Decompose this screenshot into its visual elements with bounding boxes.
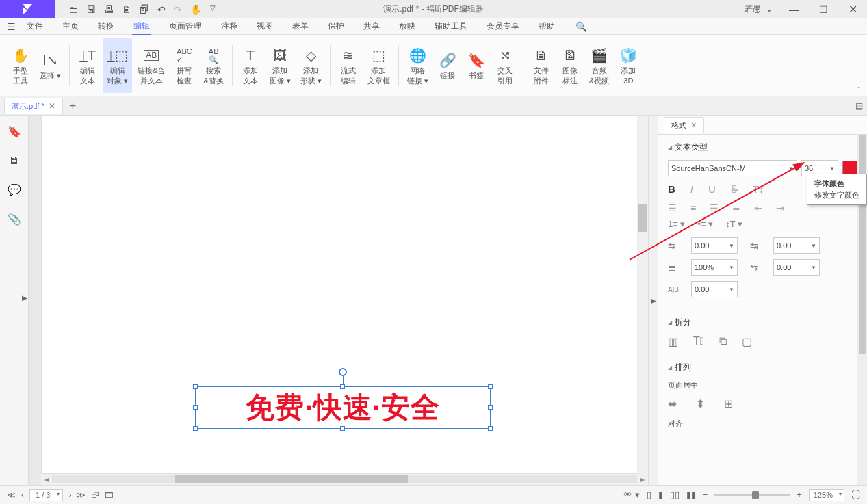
ribbon-web-link[interactable]: 🌐网络 链接 ▾: [403, 38, 432, 93]
italic-button[interactable]: I: [690, 183, 693, 196]
menu-page[interactable]: 页面管理: [168, 18, 203, 35]
new-tab-button[interactable]: +: [70, 100, 76, 112]
resize-handle[interactable]: [488, 405, 493, 410]
numbered-list-icon[interactable]: 1≡ ▾: [668, 219, 685, 229]
user-name[interactable]: 若愚 ⌄: [745, 3, 773, 15]
undo-icon[interactable]: ↶: [157, 4, 166, 15]
redo-icon[interactable]: ↷: [174, 4, 182, 15]
case-button[interactable]: T↕: [753, 183, 764, 196]
close-button[interactable]: ✕: [844, 3, 862, 16]
ribbon-spellcheck[interactable]: ABC✓拼写 检查: [170, 38, 198, 93]
pages-icon[interactable]: 🗎: [9, 155, 20, 167]
menu-view[interactable]: 视图: [255, 18, 274, 35]
zoom-in-button[interactable]: +: [797, 490, 802, 500]
export-icon[interactable]: 🗐: [140, 4, 149, 15]
section-text-type[interactable]: 文本类型: [668, 142, 857, 153]
menu-home[interactable]: 主页: [61, 18, 80, 35]
section-split[interactable]: 拆分: [668, 317, 857, 328]
view-eye-icon[interactable]: 👁 ▾: [623, 490, 640, 500]
ribbon-attachment[interactable]: 🗎文件 附件: [528, 38, 555, 93]
menu-burger-icon[interactable]: ☰: [7, 21, 16, 32]
selected-textbox[interactable]: 免费·快速·安全: [195, 386, 491, 429]
page-input[interactable]: 1 / 3: [29, 489, 63, 501]
underline-button[interactable]: U: [708, 183, 716, 196]
ribbon-audio-video[interactable]: 🎬音频 &视频: [585, 38, 613, 93]
menu-play[interactable]: 放映: [398, 18, 417, 35]
resize-handle[interactable]: [340, 384, 345, 389]
resize-handle[interactable]: [193, 384, 198, 389]
next-page-button[interactable]: ›: [68, 490, 71, 500]
nav-icon-1[interactable]: 🗗: [91, 490, 99, 500]
canvas[interactable]: 免费·快速·安全 ◂▸: [29, 116, 648, 485]
comments-icon[interactable]: 💬: [8, 183, 21, 196]
menu-help[interactable]: 帮助: [537, 18, 556, 35]
section-arrange[interactable]: 排列: [668, 362, 857, 373]
menu-file[interactable]: 文件: [25, 18, 44, 35]
ribbon-article-box[interactable]: ⬚添加 文章框: [363, 38, 394, 93]
merge-icon[interactable]: ⧉: [719, 335, 727, 348]
split-vertical-icon[interactable]: ▥: [668, 335, 678, 348]
hand-icon[interactable]: ✋: [190, 4, 202, 15]
ribbon-collapse-icon[interactable]: ⌃: [856, 85, 862, 93]
ribbon-3d[interactable]: 🧊添加 3D: [614, 38, 642, 93]
fullscreen-icon[interactable]: ⛶: [851, 490, 860, 500]
view-single-icon[interactable]: ▯: [647, 490, 651, 500]
save-icon[interactable]: 🖫: [86, 4, 96, 15]
indent-decrease-icon[interactable]: ⇤: [754, 202, 762, 213]
ribbon-xref[interactable]: ⤭交叉 引用: [491, 38, 519, 93]
search-icon[interactable]: 🔍: [575, 21, 587, 32]
zoom-out-button[interactable]: −: [703, 490, 708, 500]
ribbon-image-annot[interactable]: 🖻图像 标注: [556, 38, 584, 93]
print-icon[interactable]: 🖶: [104, 4, 114, 15]
center-horizontal-icon[interactable]: ⬌: [668, 397, 677, 410]
indent-right-input[interactable]: 0.00▼: [773, 237, 820, 254]
strike-button[interactable]: S̶: [731, 183, 738, 196]
document-tab[interactable]: 演示.pdf * ✕: [4, 98, 63, 114]
menu-convert[interactable]: 转换: [96, 18, 116, 35]
resize-handle[interactable]: [193, 426, 198, 431]
menu-share[interactable]: 共享: [362, 18, 381, 35]
zoom-input[interactable]: 125%: [809, 489, 844, 501]
center-both-icon[interactable]: ⊞: [724, 397, 733, 410]
ribbon-add-text[interactable]: T添加 文本: [237, 38, 264, 93]
left-expand-icon[interactable]: ▶: [22, 294, 27, 302]
vertical-scrollbar[interactable]: [637, 116, 648, 474]
menu-vip[interactable]: 会员专享: [485, 18, 521, 35]
panel-tab-format[interactable]: 格式✕: [664, 117, 704, 133]
line-spacing-icon[interactable]: ↕T ▾: [725, 219, 742, 229]
first-page-button[interactable]: ≪: [7, 490, 16, 500]
doc-icon[interactable]: 🗎: [122, 4, 131, 15]
menu-form[interactable]: 表单: [291, 18, 310, 35]
zoom-slider[interactable]: [714, 494, 790, 496]
align-left-icon[interactable]: ☰: [668, 202, 677, 213]
open-icon[interactable]: 🗀: [68, 4, 78, 15]
ribbon-add-image[interactable]: 🖼添加 图像 ▾: [266, 38, 295, 93]
pdf-page[interactable]: 免费·快速·安全: [42, 116, 647, 473]
ribbon-add-shape[interactable]: ◇添加 形状 ▾: [296, 38, 326, 93]
unlink-icon[interactable]: ▢: [742, 335, 752, 348]
font-family-select[interactable]: SourceHanSansCN-M▼: [668, 160, 797, 176]
horizontal-scrollbar[interactable]: ◂▸: [41, 474, 648, 485]
bulleted-list-icon[interactable]: •≡ ▾: [697, 219, 713, 229]
view-facing-icon[interactable]: ▯▯: [670, 490, 680, 500]
indent-left-input[interactable]: 0.00▼: [691, 237, 738, 254]
qat-dropdown-icon[interactable]: ▽: [210, 4, 216, 15]
ribbon-link-merge[interactable]: AB链接&合 并文本: [133, 38, 169, 93]
ribbon-find-replace[interactable]: AB🔍搜索 &替换: [199, 38, 227, 93]
align-center-icon[interactable]: ≡: [690, 202, 696, 213]
resize-handle[interactable]: [193, 405, 198, 410]
bold-button[interactable]: B: [668, 183, 675, 196]
ribbon-edit-object[interactable]: ⌶⬚编辑 对象 ▾: [103, 38, 132, 93]
menu-protect[interactable]: 保护: [326, 18, 346, 35]
split-text-icon[interactable]: T⃞: [693, 335, 704, 348]
center-vertical-icon[interactable]: ⬍: [696, 397, 705, 410]
menu-edit[interactable]: 编辑: [132, 18, 151, 35]
bookmarks-icon[interactable]: 🔖: [8, 125, 21, 138]
textbox-content[interactable]: 免费·快速·安全: [196, 387, 490, 428]
tab-close-icon[interactable]: ✕: [49, 101, 55, 111]
resize-handle[interactable]: [340, 426, 345, 431]
minimize-button[interactable]: —: [785, 4, 803, 15]
char-spacing-input[interactable]: 0.00▼: [773, 259, 820, 276]
ribbon-select[interactable]: I⤡选择 ▾: [36, 38, 65, 93]
ribbon-edit-text[interactable]: ⌶T编辑 文本: [74, 38, 101, 93]
